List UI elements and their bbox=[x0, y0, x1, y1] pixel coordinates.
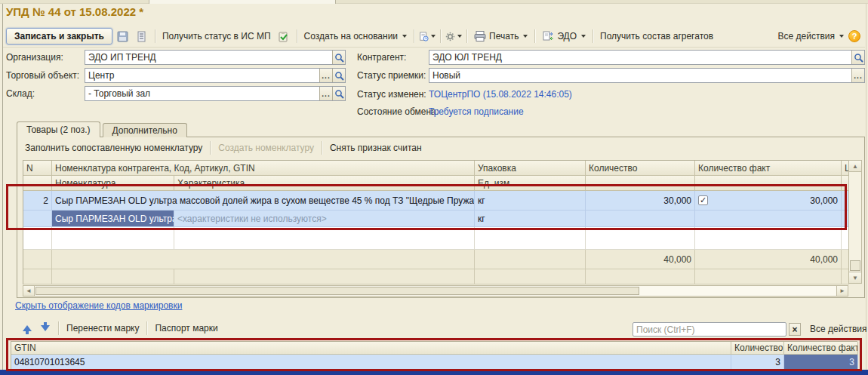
help-icon[interactable]: ? bbox=[848, 30, 860, 42]
characteristic-cell[interactable]: <характеристики не используются> bbox=[174, 211, 475, 227]
exchange-state-link[interactable]: Требуется подписание bbox=[429, 104, 524, 119]
row-number-cell: 2 bbox=[23, 191, 52, 211]
edo-label: ЭДО bbox=[557, 31, 577, 41]
move-up-button[interactable] bbox=[20, 321, 35, 336]
quantity-cell[interactable]: 30,000 bbox=[586, 191, 695, 211]
tab-additional[interactable]: Дополнительно bbox=[103, 123, 187, 137]
marking-all-actions-button[interactable]: Все действия bbox=[808, 322, 868, 336]
col-header-unit[interactable]: Ед. изм. bbox=[475, 176, 586, 191]
col-header-n[interactable]: N bbox=[23, 161, 52, 176]
col-header-quantity[interactable]: Количество bbox=[586, 161, 695, 176]
empty-cell bbox=[23, 211, 52, 227]
fact-checkbox[interactable]: ✓ bbox=[698, 195, 708, 205]
warehouse-label: Склад: bbox=[6, 86, 35, 101]
col-header-counterparty-nomenclature[interactable]: Номенклатура контрагента, Код, Артикул, … bbox=[52, 161, 475, 176]
col-header-packaging[interactable]: Упаковка bbox=[475, 161, 586, 176]
counterparty-lookup-button[interactable] bbox=[851, 51, 864, 64]
get-aggregates-button[interactable]: Получить состав агрегатов bbox=[598, 29, 716, 43]
quantity-cell[interactable]: 3 bbox=[731, 355, 784, 370]
scroll-down-icon[interactable]: ▼ bbox=[849, 272, 861, 283]
save-close-button[interactable]: Записать и закрыть bbox=[6, 28, 112, 45]
tab-goods[interactable]: Товары (2 поз.) bbox=[17, 121, 100, 137]
clear-search-icon[interactable]: × bbox=[789, 323, 801, 336]
toolbar-separator bbox=[58, 321, 59, 335]
toggle-marking-codes-link[interactable]: Скрыть отображение кодов маркировки bbox=[15, 300, 182, 311]
arrow-up-icon bbox=[23, 325, 32, 331]
empty-cell bbox=[475, 250, 586, 269]
scroll-right-icon[interactable]: ► bbox=[836, 286, 848, 296]
col-header-quantity-fact[interactable]: Количество факт bbox=[784, 342, 858, 355]
empty-cell bbox=[475, 227, 586, 250]
scroll-left-icon[interactable]: ◄ bbox=[23, 286, 35, 296]
check-status-button[interactable] bbox=[275, 29, 292, 44]
settings-button[interactable] bbox=[445, 29, 462, 44]
printer-icon bbox=[474, 31, 486, 41]
goods-table: N Номенклатура контрагента, Код, Артикул… bbox=[23, 160, 848, 284]
goods-header-row-2: Номенклатура Характеристика Ед. изм. bbox=[23, 176, 848, 191]
quantity-fact-cell-selected[interactable]: 3 bbox=[784, 355, 858, 370]
col-header-quantity[interactable]: Количество bbox=[731, 342, 784, 355]
acceptance-status-value: Новый bbox=[429, 70, 851, 81]
unset-scanned-flag-button[interactable]: Снять признак считан bbox=[328, 141, 424, 155]
horizontal-scroll-thumb[interactable] bbox=[35, 287, 639, 295]
clipboard-check-icon bbox=[278, 31, 289, 42]
save-button[interactable] bbox=[115, 29, 131, 44]
chevron-down-icon bbox=[457, 35, 462, 38]
packaging-cell[interactable]: кг bbox=[475, 191, 586, 211]
counterparty-field[interactable]: ЭДО ЮЛ ТРЕНД bbox=[429, 50, 865, 65]
goods-row-sub[interactable]: Сыр ПАРМЕЗАН OLD ультра масс… <характери… bbox=[23, 211, 848, 227]
gtin-cell[interactable]: 04810701013645 bbox=[11, 355, 731, 370]
all-actions-button[interactable]: Все действия bbox=[776, 29, 846, 43]
vertical-scrollbar[interactable]: ▲ ▼ bbox=[848, 160, 862, 284]
warehouse-lookup-button[interactable] bbox=[332, 87, 345, 100]
empty-cell bbox=[695, 227, 842, 250]
marking-toolbar: Перенести марку Паспорт марки bbox=[20, 320, 220, 337]
unit-cell[interactable]: кг bbox=[475, 211, 586, 227]
trade-object-field[interactable]: Центр ... bbox=[85, 68, 346, 83]
edo-exchange-icon bbox=[542, 31, 554, 41]
chevron-down-icon bbox=[581, 35, 586, 38]
goods-row-main[interactable]: 2 Сыр ПАРМЕЗАН OLD ультра массовой долей… bbox=[23, 191, 848, 211]
col-header-quantity-fact[interactable]: Количество факт bbox=[695, 161, 842, 176]
create-nomenclature-button[interactable]: Создать номенклатуру bbox=[216, 141, 316, 155]
move-mark-button[interactable]: Перенести марку bbox=[64, 321, 141, 335]
fill-mapped-nomenclature-button[interactable]: Заполнить сопоставленную номенклатуру bbox=[23, 141, 205, 155]
trade-object-select-button[interactable]: ... bbox=[319, 69, 332, 82]
search-input[interactable] bbox=[633, 322, 786, 337]
counterparty-nomenclature-cell[interactable]: Сыр ПАРМЕЗАН OLD ультра массовой долей ж… bbox=[52, 191, 475, 211]
show-registers-button[interactable] bbox=[134, 29, 150, 44]
quantity-fact-cell[interactable]: ✓ 30,000 bbox=[695, 191, 842, 211]
vertical-scroll-thumb[interactable] bbox=[850, 260, 860, 271]
exchange-state-label: Состояние обмена: bbox=[357, 104, 439, 119]
total-quantity-fact: 40,000 bbox=[695, 250, 842, 269]
horizontal-scrollbar[interactable]: ◄ ► bbox=[23, 285, 848, 297]
goods-totals-row-1: 40,000 40,000 bbox=[23, 250, 848, 269]
empty-cell bbox=[52, 250, 475, 269]
tab-bar: Товары (2 поз.) Дополнительно bbox=[17, 121, 187, 137]
create-based-button[interactable]: Создать на основании bbox=[302, 29, 410, 43]
move-down-button[interactable] bbox=[38, 321, 53, 336]
goods-command-bar: Заполнить сопоставленную номенклатуру Со… bbox=[23, 140, 424, 155]
organization-field[interactable]: ЭДО ИП ТРЕНД bbox=[85, 50, 346, 65]
print-button[interactable]: Печать bbox=[472, 29, 530, 43]
trade-object-lookup-button[interactable] bbox=[332, 69, 345, 82]
warehouse-select-button[interactable]: ... bbox=[319, 87, 332, 100]
acceptance-status-field[interactable]: Новый ... bbox=[429, 68, 865, 83]
magnifier-icon bbox=[334, 89, 344, 99]
gtin-row[interactable]: 04810701013645 3 3 bbox=[11, 355, 857, 370]
acceptance-status-select-button[interactable]: ... bbox=[851, 69, 864, 82]
toolbar-separator bbox=[466, 29, 467, 43]
col-header-characteristic[interactable]: Характеристика bbox=[174, 176, 475, 191]
mark-passport-button[interactable]: Паспорт марки bbox=[152, 321, 220, 335]
col-header-gtin[interactable]: GTIN bbox=[11, 342, 731, 355]
scroll-up-icon[interactable]: ▲ bbox=[849, 161, 861, 172]
edo-button[interactable]: ЭДО bbox=[540, 29, 588, 43]
get-status-button[interactable]: Получить статус в ИС МП bbox=[160, 29, 273, 43]
organization-lookup-button[interactable] bbox=[332, 51, 345, 64]
bottom-window-bar bbox=[0, 370, 868, 375]
acceptance-status-label: Статус приемки: bbox=[357, 68, 426, 83]
col-header-nomenclature[interactable]: Номенклатура bbox=[52, 176, 174, 191]
warehouse-field[interactable]: - Торговый зал ... bbox=[85, 86, 346, 101]
nomenclature-cell-selected[interactable]: Сыр ПАРМЕЗАН OLD ультра масс… bbox=[52, 211, 174, 227]
document-report-button[interactable] bbox=[419, 29, 436, 44]
